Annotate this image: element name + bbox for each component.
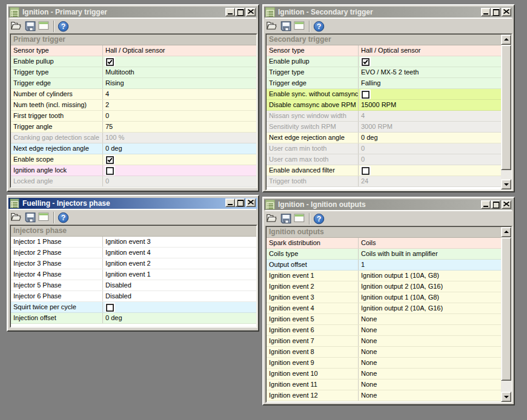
svg-text:?: ?	[61, 22, 66, 31]
svg-text:?: ?	[317, 215, 322, 223]
svg-text:?: ?	[317, 22, 322, 31]
svg-text:?: ?	[61, 214, 66, 222]
